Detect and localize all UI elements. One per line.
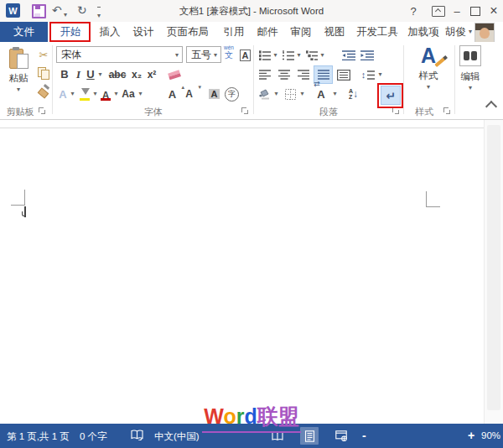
italic-button[interactable]: I (72, 65, 85, 83)
clear-formatting-button[interactable] (166, 65, 184, 83)
tab-file[interactable]: 文件 (0, 22, 48, 42)
borders-dropdown[interactable]: ▾ (298, 85, 307, 103)
show-hide-marks-button[interactable]: ↵ (381, 86, 401, 105)
copy-button[interactable] (35, 65, 52, 81)
shading-bucket-icon (258, 89, 271, 100)
paragraph-dialog-launcher[interactable] (392, 107, 401, 116)
underline-caret-icon: ▾ (98, 71, 101, 78)
copy-icon (38, 67, 49, 79)
account-name: 胡俊 (445, 25, 466, 39)
close-button[interactable]: × (485, 3, 503, 19)
cut-button[interactable]: ✂ (35, 46, 52, 63)
font-size-combo[interactable]: 五号 ▾ (186, 46, 221, 63)
change-case-button[interactable]: Aa (119, 85, 137, 103)
editing-button[interactable]: 编辑 ▾ (458, 45, 483, 104)
increase-indent-button[interactable] (358, 46, 376, 64)
character-scaling-icon: ⇄ A (317, 86, 324, 102)
binoculars-icon (459, 45, 481, 66)
group-separator (454, 45, 455, 114)
tab-page-layout[interactable]: 页面布局 (160, 22, 215, 42)
superscript-button[interactable]: x² (144, 65, 159, 83)
paste-button[interactable]: 粘贴 ▾ (3, 44, 34, 103)
grow-font-button[interactable]: A▴ (164, 85, 180, 103)
align-left-button[interactable] (256, 65, 274, 84)
scrollbar-thumb[interactable] (487, 125, 500, 410)
document-area[interactable]: Word联盟 (0, 120, 503, 424)
watermark-letter: o (223, 404, 236, 428)
sort-button[interactable]: AZ ↓ (344, 85, 363, 103)
clipboard-dialog-launcher[interactable] (39, 107, 47, 116)
change-case-caret-icon: ▾ (138, 91, 142, 97)
font-name-caret-icon: ▾ (175, 52, 179, 59)
align-center-icon (278, 70, 290, 80)
character-scaling-dropdown[interactable]: ▾ (330, 85, 340, 103)
tab-home[interactable]: 开始 (51, 22, 90, 42)
user-avatar[interactable] (474, 23, 495, 43)
numbering-icon (283, 50, 294, 60)
character-border-button[interactable]: A (237, 46, 253, 64)
page-top-edge (0, 128, 484, 128)
tab-developer[interactable]: 开发工具 (351, 22, 403, 42)
numbering-dropdown[interactable]: ▾ (294, 46, 303, 64)
align-left-icon (259, 70, 271, 80)
phonetic-guide-button[interactable]: wén 文 (224, 45, 234, 60)
paste-clipboard-icon (9, 47, 28, 69)
ribbon-display-options-button[interactable] (432, 6, 445, 17)
styles-button[interactable]: A 样式 ▾ (407, 44, 450, 103)
change-case-dropdown[interactable]: ▾ (136, 85, 145, 103)
bullets-dropdown[interactable]: ▾ (271, 46, 280, 64)
align-center-button[interactable] (275, 65, 293, 84)
bold-button[interactable]: B (57, 65, 72, 83)
underline-dropdown[interactable]: ▾ (96, 65, 105, 83)
tab-addins[interactable]: 加载项 (403, 22, 443, 42)
decrease-indent-button[interactable] (340, 46, 358, 64)
align-right-button[interactable] (294, 65, 313, 84)
vertical-scrollbar[interactable] (484, 120, 503, 424)
shrink-font-icon: A (185, 88, 193, 100)
editing-button-label: 编辑 (461, 70, 480, 83)
watermark-letter: d (244, 404, 257, 428)
borders-button[interactable] (282, 85, 299, 103)
maximize-button[interactable] (466, 3, 485, 19)
character-scaling-button[interactable]: ⇄ A (310, 85, 332, 103)
minimize-button[interactable]: – (448, 3, 466, 19)
tab-mailings[interactable]: 邮件 (251, 22, 284, 42)
styles-dialog-launcher[interactable] (443, 107, 452, 116)
format-painter-button[interactable] (35, 83, 52, 100)
shrink-font-button[interactable]: A▾ (181, 85, 197, 103)
tab-design[interactable]: 设计 (127, 22, 160, 42)
justify-icon (318, 70, 329, 80)
group-separator (403, 45, 404, 114)
multilevel-list-dropdown[interactable]: ▾ (318, 46, 327, 64)
sort-icon: AZ ↓ (349, 88, 358, 100)
strikethrough-button[interactable]: abc (106, 65, 129, 83)
line-spacing-dropdown[interactable]: ▾ (376, 65, 385, 84)
collapse-ribbon-button[interactable] (485, 101, 497, 112)
tab-insert[interactable]: 插入 (93, 22, 127, 42)
group-separator (52, 45, 53, 114)
tab-references[interactable]: 引用 (217, 22, 251, 42)
paste-label: 粘贴 (9, 72, 29, 85)
tab-review[interactable]: 审阅 (284, 22, 318, 42)
enclose-characters-icon: 字 (225, 87, 239, 102)
paste-caret-icon: ▾ (17, 86, 20, 93)
styles-icon: A (421, 44, 436, 66)
shading-caret-icon: ▾ (274, 91, 277, 97)
tab-view[interactable]: 视图 (318, 22, 351, 42)
font-name-combo[interactable]: 宋体 ▾ (56, 46, 183, 63)
font-group-label: 字体 (54, 106, 253, 118)
distribute-button[interactable] (334, 65, 353, 84)
line-spacing-button[interactable]: ↕ (359, 65, 377, 84)
help-button[interactable]: ? (404, 3, 423, 19)
watermark-brand: Word联盟 (0, 403, 503, 433)
shading-dropdown[interactable]: ▾ (272, 85, 281, 103)
character-shading-button[interactable]: A (205, 85, 223, 103)
character-border-icon: A (240, 49, 252, 61)
font-dialog-launcher[interactable] (241, 107, 250, 116)
font-name-value: 宋体 (61, 48, 81, 62)
enclose-characters-button[interactable]: 字 (223, 85, 241, 103)
account-menu[interactable]: 胡俊 ▾ (445, 22, 472, 42)
shading-button[interactable] (256, 85, 273, 103)
subscript-button[interactable]: x₂ (129, 65, 144, 83)
word-window: W ↶ ▾ ↻ ▾ 文档1 [兼容模式] - Microsoft Word ? … (0, 0, 503, 448)
